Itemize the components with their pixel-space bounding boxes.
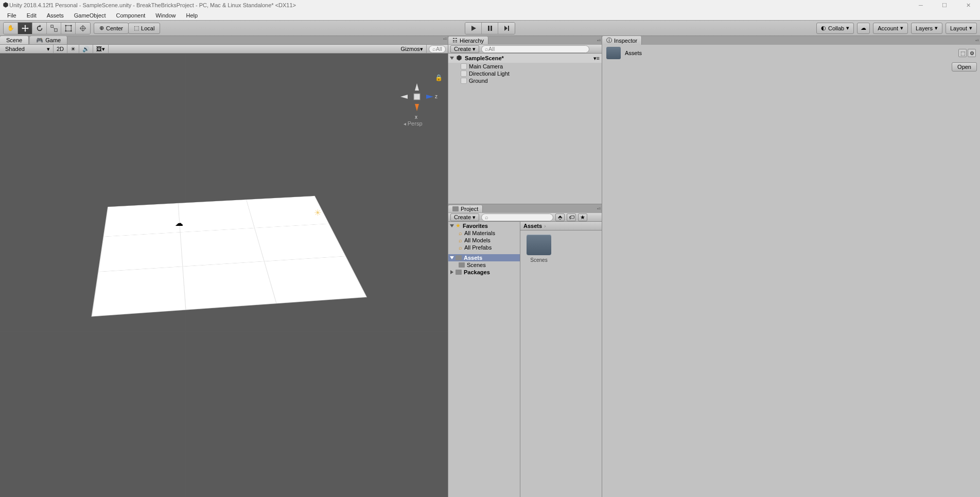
collab-icon: ◐ xyxy=(821,25,826,31)
asset-bundle-button[interactable]: ⬚ xyxy=(958,49,967,57)
tree-all-prefabs[interactable]: ⌕All Prefabs xyxy=(448,244,520,251)
breadcrumb-item[interactable]: Assets xyxy=(523,223,542,229)
fx-toggle[interactable]: 🖼▾ xyxy=(93,45,109,53)
search-icon: ⌕ xyxy=(459,230,462,236)
chevron-down-icon: ▾ xyxy=(900,25,903,31)
scene-toolbar: Shaded▾ 2D ☀ 🔊 🖼▾ Gizmos▾ All xyxy=(0,45,448,54)
project-search[interactable] xyxy=(481,214,553,221)
expand-toggle[interactable] xyxy=(450,224,454,227)
panel-options[interactable]: ▪≡ xyxy=(975,38,980,43)
tab-project[interactable]: Project xyxy=(448,205,483,212)
chevron-down-icon: ▾ xyxy=(47,46,50,52)
audio-toggle[interactable]: 🔊 xyxy=(79,45,93,53)
chevron-down-icon: ▾ xyxy=(846,25,849,31)
project-tree: ★Favorites ⌕All Materials ⌕All Models ⌕A… xyxy=(448,222,520,497)
inspector-settings-button[interactable]: ⚙ xyxy=(968,49,976,57)
hierarchy-item-directionallight[interactable]: Directional Light xyxy=(448,70,602,77)
expand-toggle[interactable] xyxy=(450,57,454,60)
hierarchy-item-ground[interactable]: Ground xyxy=(448,77,602,84)
inspector-header: Assets ⬚ ⚙ xyxy=(602,45,980,61)
pivot-center-toggle[interactable]: ⊕Center xyxy=(94,23,129,34)
tree-assets[interactable]: Assets xyxy=(448,254,520,261)
gameobject-icon xyxy=(461,70,467,77)
chevron-right-icon: › xyxy=(544,223,546,229)
gizmos-dropdown[interactable]: Gizmos▾ xyxy=(397,45,426,53)
scene-search[interactable]: All xyxy=(429,45,446,53)
pivot-local-toggle[interactable]: ⬚Local xyxy=(128,23,160,34)
move-tool[interactable] xyxy=(18,23,32,34)
tree-favorites[interactable]: ★Favorites xyxy=(448,222,520,229)
shading-dropdown[interactable]: Shaded▾ xyxy=(2,45,54,53)
window-titlebar: Unity 2018.4.12f1 Personal - SampleScene… xyxy=(0,0,980,10)
menu-gameobject[interactable]: GameObject xyxy=(69,11,111,20)
menu-assets[interactable]: Assets xyxy=(42,11,69,20)
panel-options[interactable]: ▪≡ xyxy=(443,36,448,41)
collab-dropdown[interactable]: ◐Collab▾ xyxy=(816,23,854,34)
layers-dropdown[interactable]: Layers▾ xyxy=(911,23,942,34)
tab-game[interactable]: 🎮Game xyxy=(30,36,67,44)
tab-scene[interactable]: Scene xyxy=(0,36,29,44)
camera-gizmo-icon[interactable]: ☁ xyxy=(175,218,183,228)
menu-edit[interactable]: Edit xyxy=(22,11,42,20)
project-folder-grid[interactable]: Scenes xyxy=(520,230,602,497)
cloud-icon: ☁ xyxy=(861,25,866,31)
menu-file[interactable]: File xyxy=(2,11,22,20)
expand-toggle[interactable] xyxy=(450,270,453,274)
svg-point-4 xyxy=(65,25,66,26)
menu-help[interactable]: Help xyxy=(181,11,203,20)
image-icon: 🖼 xyxy=(96,46,102,52)
orientation-gizmo[interactable]: z x ◂ Persp xyxy=(396,79,437,126)
chevron-down-icon: ▾ xyxy=(969,25,972,31)
save-search-button[interactable]: ★ xyxy=(578,214,587,221)
filter-by-type-button[interactable]: 🏷 xyxy=(567,214,576,221)
folder-scenes[interactable]: Scenes xyxy=(524,235,553,263)
audio-icon: 🔊 xyxy=(82,46,90,52)
account-dropdown[interactable]: Account▾ xyxy=(873,23,908,34)
tree-scenes[interactable]: Scenes xyxy=(448,261,520,269)
scene-panel: Scene 🎮Game ▪≡ Shaded▾ 2D ☀ 🔊 🖼▾ Gizmos▾… xyxy=(0,36,448,497)
project-create-dropdown[interactable]: Create▾ xyxy=(450,214,479,221)
hierarchy-search[interactable]: All xyxy=(481,45,589,53)
center-icon: ⊕ xyxy=(99,25,104,31)
maximize-button[interactable]: ☐ xyxy=(933,0,956,10)
tab-hierarchy[interactable]: ☷Hierarchy xyxy=(448,37,488,44)
panel-options[interactable]: ▪≡ xyxy=(597,38,602,43)
hierarchy-scene-row[interactable]: SampleScene* ▾≡ xyxy=(448,54,602,63)
cloud-button[interactable]: ☁ xyxy=(857,23,870,34)
hierarchy-item-maincamera[interactable]: Main Camera xyxy=(448,63,602,70)
chevron-down-icon: ▾ xyxy=(472,46,476,52)
scene-options[interactable]: ▾≡ xyxy=(593,55,600,62)
transform-tool[interactable] xyxy=(76,23,90,34)
layout-dropdown[interactable]: Layout▾ xyxy=(946,23,977,34)
lighting-toggle[interactable]: ☀ xyxy=(67,45,79,53)
rect-tool[interactable] xyxy=(61,23,76,34)
svg-rect-3 xyxy=(65,25,71,31)
hand-tool[interactable]: ✋ xyxy=(4,23,18,34)
pause-button[interactable] xyxy=(482,23,498,34)
rotate-tool[interactable] xyxy=(32,23,47,34)
projection-label[interactable]: ◂ Persp xyxy=(404,120,423,127)
menu-window[interactable]: Window xyxy=(150,11,181,20)
hierarchy-create-dropdown[interactable]: Create▾ xyxy=(450,45,479,53)
scene-viewport[interactable]: ☁ ☀ 🔒 z x ◂ Persp xyxy=(0,54,448,497)
close-button[interactable]: ✕ xyxy=(956,0,980,10)
tree-all-materials[interactable]: ⌕All Materials xyxy=(448,229,520,237)
scale-tool[interactable] xyxy=(47,23,61,34)
light-gizmo-icon[interactable]: ☀ xyxy=(314,208,321,218)
open-button[interactable]: Open xyxy=(952,62,977,72)
gameobject-icon xyxy=(461,63,467,69)
2d-toggle[interactable]: 2D xyxy=(54,45,67,53)
panel-options[interactable]: ▪≡ xyxy=(597,206,602,211)
menu-component[interactable]: Component xyxy=(111,11,150,20)
minimize-button[interactable]: ─ xyxy=(909,0,933,10)
tree-packages[interactable]: Packages xyxy=(448,269,520,276)
search-icon xyxy=(485,46,488,52)
svg-rect-10 xyxy=(491,26,492,31)
step-button[interactable] xyxy=(498,23,515,34)
sun-icon: ☀ xyxy=(71,46,76,52)
filter-by-label-button[interactable]: ⬘ xyxy=(555,214,565,221)
tab-inspector[interactable]: ⓘInspector xyxy=(602,36,642,45)
play-button[interactable] xyxy=(465,23,482,34)
expand-toggle[interactable] xyxy=(450,256,454,259)
tree-all-models[interactable]: ⌕All Models xyxy=(448,237,520,244)
